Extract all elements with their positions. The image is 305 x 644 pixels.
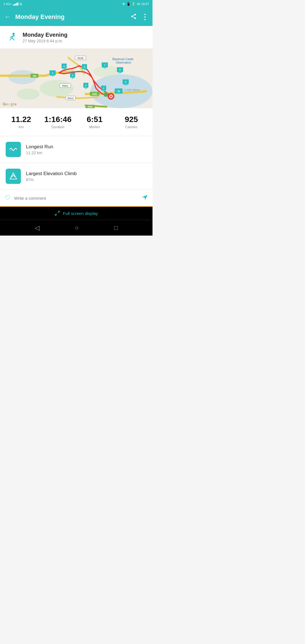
svg-text:10: 10 [117,90,120,93]
svg-text:R852: R852 [62,84,68,87]
svg-text:km: km [63,68,65,69]
activity-title: Monday Evening [23,32,67,38]
svg-line-64 [58,211,60,213]
longest-run-title: Longest Run [26,144,53,150]
svg-text:o: o [6,102,8,106]
svg-line-8 [12,38,14,40]
stat-calories: 925 Calories [113,115,150,129]
svg-line-3 [133,17,134,18]
pace-value: 6:51 [76,115,113,124]
eye-icon: 👁 [122,2,125,6]
svg-line-7 [10,38,12,40]
runner-icon [6,31,18,43]
map-view[interactable]: 1 km 2 km 3 km 4 km 5 km 6 [0,49,152,108]
home-nav-button[interactable]: ○ [75,224,79,232]
svg-text:5: 5 [64,65,65,68]
longest-run-icon [6,142,21,157]
distance-value: 11.22 [3,115,40,124]
signal-bars [13,2,18,6]
elevation-title: Largest Elevation Climb [26,171,77,177]
svg-text:N28: N28 [88,105,93,108]
svg-text:Observatory: Observatory [116,61,131,64]
stats-row: 11.22 Km 1:16:46 Duration 6:51 Min/km 92… [0,108,152,136]
bluetooth-icon: 📱 [127,2,130,6]
stat-distance: 11.22 Km [3,115,40,129]
more-options-button[interactable]: ⋮ [141,13,148,21]
fullscreen-label: Full screen display [63,211,98,216]
svg-point-15 [17,88,40,100]
svg-text:km: km [125,84,127,85]
svg-text:9: 9 [125,81,127,83]
elevation-icon [6,169,21,184]
longest-run-value: 11.22 km [26,151,53,155]
calories-label: Calories [113,125,150,129]
share-button[interactable] [130,13,137,21]
calories-value: 925 [113,115,150,124]
status-bar: 3 4G+ ⊞ 👁 📱 🔋 46 20:07 [0,0,152,8]
svg-text:o: o [8,102,10,106]
svg-point-39 [110,95,112,97]
svg-line-4 [133,15,134,16]
distance-label: Km [3,125,40,129]
svg-text:km: km [119,71,121,73]
stat-pace: 6:51 Min/km [76,115,113,129]
duration-value: 1:16:46 [40,115,76,124]
svg-text:e: e [15,102,17,106]
longest-run-info: Longest Run 11.22 km [26,144,53,155]
app-bar: ← Monday Evening ⋮ [0,8,152,26]
svg-text:6: 6 [84,66,85,68]
svg-text:8: 8 [119,69,121,71]
activity-header: Monday Evening 27 May 2019 6:44 p.m. [0,26,152,49]
svg-text:km: km [83,68,86,70]
svg-text:N8: N8 [33,75,36,77]
status-left: 3 4G+ ⊞ [3,2,22,6]
svg-point-1 [131,16,133,17]
network-indicator: 3 4G+ [3,2,12,6]
svg-text:2: 2 [85,84,87,87]
time-display: 20:07 [141,2,149,6]
activity-info: Monday Evening 27 May 2019 6:44 p.m. [23,32,67,43]
svg-text:R635: R635 [77,57,84,60]
svg-text:km: km [51,75,54,76]
pace-label: Min/km [76,125,113,129]
stat-duration: 1:16:46 Duration [40,115,76,129]
comment-input[interactable] [14,196,138,201]
heart-icon[interactable]: ♡ [5,194,11,202]
svg-text:g: g [11,102,13,106]
svg-text:7: 7 [104,64,106,66]
svg-text:3: 3 [72,74,73,77]
svg-text:N40: N40 [92,93,97,95]
elevation-value: 87m [26,177,77,182]
elevation-badge: Largest Elevation Climb 87m [0,163,152,190]
bottom-nav: ◁ ○ □ [0,220,152,236]
svg-text:km: km [85,87,87,89]
svg-text:Blackrock Castle: Blackrock Castle [112,58,134,61]
svg-text:km: km [103,90,105,92]
svg-line-65 [55,214,57,216]
svg-point-0 [134,14,136,15]
svg-text:4: 4 [52,72,53,74]
duration-label: Duration [40,125,76,129]
svg-marker-62 [10,173,17,179]
svg-text:km: km [71,77,74,79]
svg-text:R610: R610 [67,97,74,100]
recents-nav-button[interactable]: □ [114,224,118,232]
battery-icon: 🔋 [132,2,136,6]
svg-text:1: 1 [103,87,104,90]
svg-text:km: km [104,67,106,68]
fullscreen-bar[interactable]: Full screen display [0,207,152,220]
svg-point-14 [40,80,73,97]
wifi-icon: ⊞ [19,2,22,6]
svg-marker-63 [142,195,147,200]
back-nav-button[interactable]: ◁ [35,224,40,232]
elevation-info: Largest Elevation Climb 87m [26,171,77,182]
status-right: 👁 📱 🔋 46 20:07 [122,2,149,6]
comment-section: ♡ [0,190,152,207]
back-button[interactable]: ← [5,13,11,21]
svg-point-2 [134,17,136,19]
svg-text:l: l [13,102,14,106]
activity-date: 27 May 2019 6:44 p.m. [23,39,67,43]
send-button[interactable] [141,194,148,202]
app-bar-title: Monday Evening [15,13,130,21]
battery-level: 46 [137,2,140,6]
